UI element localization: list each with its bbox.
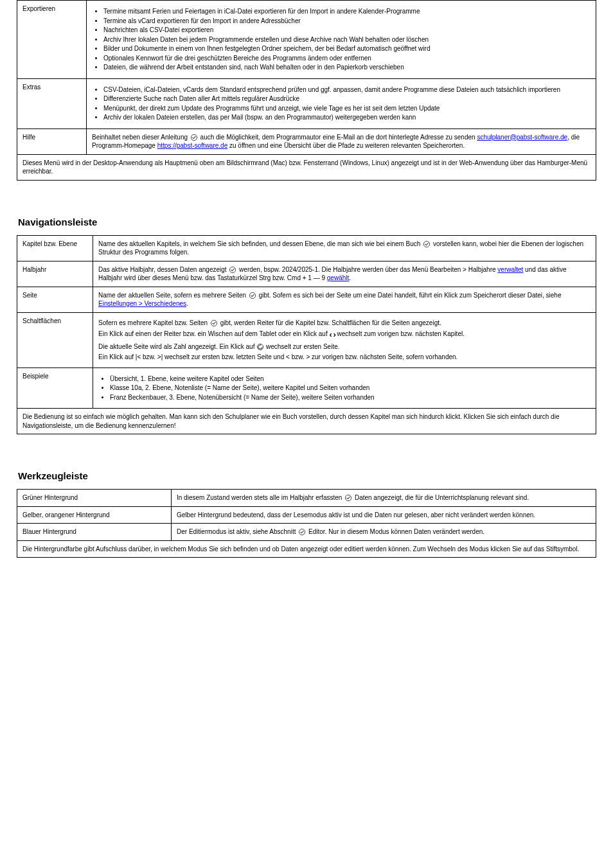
row-label: Blauer Hintergrund xyxy=(17,524,172,541)
list-item: Archiv Ihrer lokalen Daten bei jedem Pro… xyxy=(103,35,591,44)
list-item: Franz Beckenbauer, 3. Ebene, Notenübersi… xyxy=(110,393,591,402)
restore-circle-icon xyxy=(256,343,264,351)
footer-text: Die Bedienung ist so einfach wie möglich… xyxy=(17,409,596,434)
section-heading: Navigationsleiste xyxy=(18,217,596,227)
row-label: Hilfe xyxy=(17,128,87,154)
paragraph: Ein Klick auf |< bzw. >| wechselt zur er… xyxy=(98,353,591,362)
table-row: Blauer Hintergrund Der Editiermodus ist … xyxy=(17,524,596,541)
item-list: CSV-Dateien, iCal-Dateien, vCards dem St… xyxy=(92,85,591,122)
list-item: Bilder und Dokumente in einem von Ihnen … xyxy=(103,44,591,53)
footer-text: Die Hintergrundfarbe gibt Aufschluss dar… xyxy=(17,540,596,558)
footer-text: Dieses Menü wird in der Desktop-Anwendun… xyxy=(17,154,596,180)
list-item: Menüpunkt, der direkt zum Update des Pro… xyxy=(103,104,591,113)
menu-table: Exportieren Termine mitsamt Ferien und F… xyxy=(17,0,596,181)
check-circle-icon xyxy=(190,134,198,141)
inline-link[interactable]: verwaltet xyxy=(497,266,523,273)
row-content: Der Editiermodus ist aktiv, siehe Abschn… xyxy=(172,524,596,541)
row-content: Übersicht, 1. Ebene, keine weitere Kapit… xyxy=(93,368,596,409)
row-label: Extras xyxy=(17,78,87,128)
row-label: Beispiele xyxy=(17,368,93,409)
svg-point-0 xyxy=(191,134,197,140)
paragraph: Sofern es mehrere Kapitel bzw. Seiten gi… xyxy=(98,319,591,328)
row-content: Gelber Hintergrund bedeutend, dass der L… xyxy=(172,506,596,524)
inline-link[interactable]: Einstellungen > Verschiedenes xyxy=(98,300,186,307)
table-footer-row: Die Hintergrundfarbe gibt Aufschluss dar… xyxy=(17,540,596,558)
row-content: Name des aktuellen Kapitels, in welchem … xyxy=(93,235,596,261)
check-circle-icon xyxy=(344,494,352,502)
chevron-left-right-icon: ‹ › xyxy=(329,329,335,341)
item-list: Übersicht, 1. Ebene, keine weitere Kapit… xyxy=(98,375,591,402)
table-row: Beispiele Übersicht, 1. Ebene, keine wei… xyxy=(17,368,596,409)
inline-link[interactable]: schulplaner@pabst-software.de xyxy=(477,134,567,141)
toolbar-table: Grüner Hintergrund In diesem Zustand wer… xyxy=(17,489,596,558)
table-footer-row: Dieses Menü wird in der Desktop-Anwendun… xyxy=(17,154,596,180)
item-list: Termine mitsamt Ferien und Feiertagen in… xyxy=(92,7,591,72)
check-circle-icon xyxy=(298,528,306,536)
row-content: Name der aktuellen Seite, sofern es mehr… xyxy=(93,287,596,312)
list-item: Dateien, die während der Arbeit entstand… xyxy=(103,63,591,72)
table-row: Hilfe Beinhaltet neben dieser Anleitung … xyxy=(17,128,596,154)
table-row: Kapitel bzw. Ebene Name des aktuellen Ka… xyxy=(17,235,596,261)
check-circle-icon xyxy=(210,319,218,327)
list-item: Termine mitsamt Ferien und Feiertagen in… xyxy=(103,7,591,16)
table-row: Schaltflächen Sofern es mehrere Kapitel … xyxy=(17,312,596,368)
svg-point-2 xyxy=(230,267,236,272)
table-row: Exportieren Termine mitsamt Ferien und F… xyxy=(17,1,596,79)
paragraph: Ein Klick auf einen der Reiter bzw. ein … xyxy=(98,329,591,341)
table-row: Halbjahr Das aktive Halbjahr, dessen Dat… xyxy=(17,261,596,287)
section-heading: Werkzeugleiste xyxy=(18,470,596,481)
paragraph: Die aktuelle Seite wird als Zahl angezei… xyxy=(98,342,591,351)
row-content: Das aktive Halbjahr, dessen Daten angeze… xyxy=(93,261,596,287)
nav-table: Kapitel bzw. Ebene Name des aktuellen Ka… xyxy=(17,235,596,435)
table-row: Gelber, orangener Hintergrund Gelber Hin… xyxy=(17,506,596,524)
list-item: Termine als vCard exportieren für den Im… xyxy=(103,17,591,26)
table-footer-row: Die Bedienung ist so einfach wie möglich… xyxy=(17,409,596,434)
row-content: Sofern es mehrere Kapitel bzw. Seiten gi… xyxy=(93,312,596,368)
row-label: Gelber, orangener Hintergrund xyxy=(17,506,172,524)
list-item: Differenzierte Suche nach Daten aller Ar… xyxy=(103,94,591,103)
list-item: Klasse 10a, 2. Ebene, Notenliste (= Name… xyxy=(110,384,591,393)
inline-link[interactable]: gewählt xyxy=(327,274,349,281)
inline-link[interactable]: https://pabst-software.de xyxy=(157,142,228,149)
svg-point-4 xyxy=(211,320,217,326)
row-label: Exportieren xyxy=(17,1,87,79)
svg-point-1 xyxy=(424,241,430,247)
row-content: Beinhaltet neben dieser Anleitung auch d… xyxy=(87,128,596,154)
row-label: Kapitel bzw. Ebene xyxy=(17,235,93,261)
svg-point-3 xyxy=(249,292,255,298)
list-item: Archiv der lokalen Dateien erstellen, da… xyxy=(103,113,591,122)
row-label: Halbjahr xyxy=(17,261,93,287)
check-circle-icon xyxy=(229,266,236,274)
table-row: Extras CSV-Dateien, iCal-Dateien, vCards… xyxy=(17,78,596,128)
list-item: Optionales Kennwort für die drei geschüt… xyxy=(103,54,591,63)
row-label: Schaltflächen xyxy=(17,312,93,368)
list-item: CSV-Dateien, iCal-Dateien, vCards dem St… xyxy=(103,85,591,94)
row-content: Termine mitsamt Ferien und Feiertagen in… xyxy=(87,1,596,79)
list-item: Nachrichten als CSV-Datei exportieren xyxy=(103,26,591,35)
svg-point-6 xyxy=(345,495,351,500)
row-content: In diesem Zustand werden stets alle im H… xyxy=(172,490,596,507)
row-content: CSV-Dateien, iCal-Dateien, vCards dem St… xyxy=(87,78,596,128)
row-label: Grüner Hintergrund xyxy=(17,490,172,507)
row-label: Seite xyxy=(17,287,93,312)
list-item: Übersicht, 1. Ebene, keine weitere Kapit… xyxy=(110,375,591,384)
check-circle-icon xyxy=(249,292,256,299)
svg-point-7 xyxy=(299,529,305,535)
table-row: Seite Name der aktuellen Seite, sofern e… xyxy=(17,287,596,312)
table-row: Grüner Hintergrund In diesem Zustand wer… xyxy=(17,490,596,507)
check-circle-icon xyxy=(423,240,431,248)
